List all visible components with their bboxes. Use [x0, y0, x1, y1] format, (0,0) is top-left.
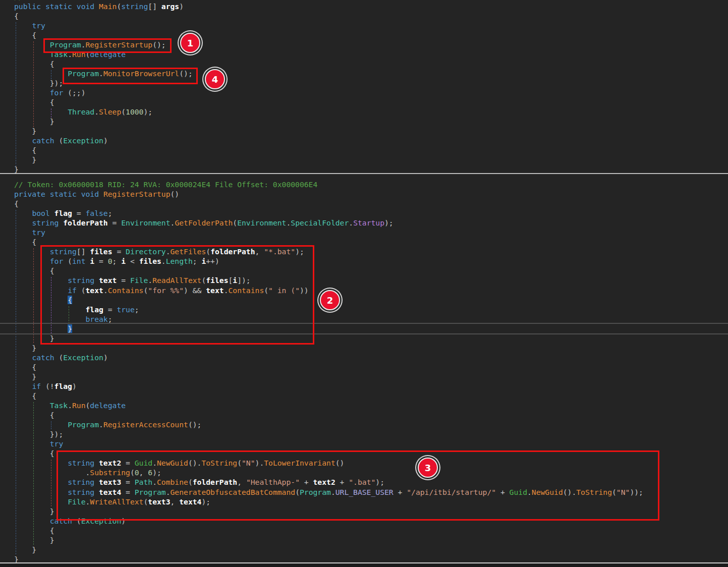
code-token: void [81, 190, 99, 198]
code-token: Main [99, 2, 117, 11]
code-token [14, 218, 32, 227]
code-line: catch (Exception) [14, 353, 643, 362]
code-token: flag [54, 382, 72, 390]
code-token [45, 190, 50, 198]
code-token: false [86, 209, 108, 217]
code-token: . [286, 218, 291, 227]
code-token: Environment [121, 218, 170, 227]
code-token: delegate [90, 401, 126, 410]
annotation-box-3 [57, 450, 659, 521]
annotation-badge-2: 2 [320, 290, 340, 310]
code-token: for [50, 88, 64, 97]
code-token: { [14, 363, 36, 371]
code-token [14, 353, 32, 362]
code-token: } [14, 165, 19, 174]
code-line: { [14, 410, 643, 420]
code-line: } [14, 545, 643, 554]
code-token: ); [384, 218, 394, 227]
code-token: } [14, 536, 54, 544]
code-line: { [14, 391, 643, 401]
code-token [14, 401, 50, 410]
code-token [14, 88, 50, 97]
code-line: }); [14, 429, 643, 439]
code-token: if [32, 382, 41, 390]
code-line: { [14, 362, 643, 372]
code-token: RegisterAccessCount [103, 420, 188, 429]
code-token [14, 209, 32, 217]
code-token: // Token: 0x06000018 RID: 24 RVA: 0x0000… [14, 180, 317, 189]
code-token: . [94, 107, 99, 116]
code-token: try [32, 228, 45, 237]
code-token: try [32, 21, 45, 30]
code-line: string folderPath = Environment.GetFolde… [14, 218, 643, 228]
code-line: if (!flag) [14, 381, 643, 391]
code-token [14, 107, 68, 116]
code-token: folderPath [63, 218, 107, 227]
code-token: ) [179, 2, 184, 11]
annotation-badge-4: 4 [205, 69, 225, 89]
code-line: } [14, 126, 317, 136]
code-token: Startup [353, 218, 384, 227]
code-token: } [14, 507, 54, 516]
code-token: static [45, 2, 72, 11]
code-token: Exception [63, 136, 103, 145]
code-token: = [108, 218, 122, 227]
code-line: } [14, 372, 643, 381]
code-token: ( [54, 353, 64, 362]
code-token [14, 69, 68, 78]
code-line: // Token: 0x06000018 RID: 24 RVA: 0x0000… [14, 180, 643, 189]
code-token: Task [50, 401, 68, 410]
code-token: } [14, 372, 36, 381]
code-line: { [14, 11, 317, 21]
code-token [41, 2, 45, 11]
code-token: { [14, 31, 36, 39]
code-token: { [14, 391, 36, 400]
code-token: static [50, 190, 77, 198]
code-token: ( [121, 107, 126, 116]
code-token: args [161, 2, 179, 11]
code-token: private [14, 190, 45, 198]
code-line: catch (Exception) [14, 136, 317, 145]
code-token: ) [103, 353, 108, 362]
code-line: { [14, 97, 317, 107]
code-token: . [349, 218, 353, 227]
code-token [14, 228, 32, 237]
code-token: (;;) [63, 88, 85, 97]
code-line: { [14, 199, 643, 208]
code-token: { [14, 60, 54, 68]
code-line: bool flag = false; [14, 208, 643, 218]
code-token: 1000 [126, 107, 143, 116]
code-line: } [14, 117, 317, 126]
code-line: Thread.Sleep(1000); [14, 107, 317, 117]
code-token: ) [72, 382, 77, 390]
code-token: string [121, 2, 148, 11]
annotation-badge-1: 1 [180, 33, 200, 53]
code-token [14, 136, 32, 145]
badge-number: 1 [187, 38, 194, 48]
code-token: () [171, 190, 180, 198]
code-token: catch [32, 353, 54, 362]
code-token: ); [143, 107, 152, 116]
pane-divider [0, 173, 728, 174]
code-line: try [14, 228, 643, 237]
code-line: for (;;) [14, 88, 317, 97]
code-token: ; [108, 209, 113, 217]
code-editor: // Token: 0x06000017 RID: 23 RVA: 0x0000… [0, 0, 728, 567]
code-token: string [32, 218, 59, 227]
bottom-strip [0, 563, 728, 567]
code-token: { [14, 526, 54, 535]
code-token: [] [148, 2, 161, 11]
code-token: { [14, 449, 54, 458]
annotation-box-4 [63, 68, 198, 84]
code-token: ) [103, 136, 108, 145]
code-token: { [14, 12, 19, 20]
code-token [59, 218, 63, 227]
code-line: } [14, 155, 317, 164]
code-line: try [14, 21, 317, 30]
code-token: { [14, 98, 54, 106]
code-token: Thread [68, 107, 94, 116]
code-token [72, 2, 77, 11]
code-token: RegisterStartup [103, 190, 171, 198]
annotation-box-1 [43, 38, 172, 53]
code-token: } [14, 117, 54, 126]
